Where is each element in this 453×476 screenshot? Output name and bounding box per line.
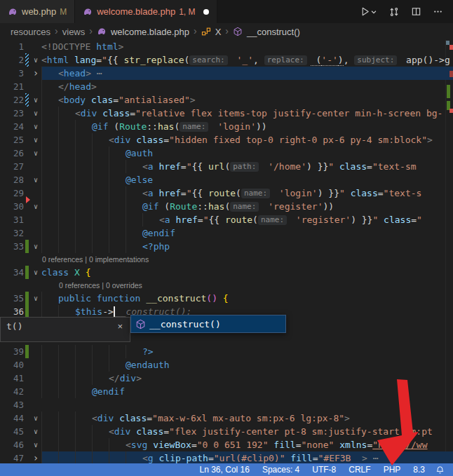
code-line-40[interactable]: 40@endauth <box>0 358 453 372</box>
status-item-spaces-4[interactable]: Spaces: 4 <box>256 465 306 475</box>
chevron-down-icon <box>370 8 377 15</box>
fold-gutter <box>30 385 41 398</box>
editor[interactable]: 1<!DOCTYPE html>2∨<html lang="{{ str_rep… <box>0 40 453 463</box>
code-lines: 1<!DOCTYPE html>2∨<html lang="{{ str_rep… <box>0 40 453 463</box>
code-line-1[interactable]: 1<!DOCTYPE html> <box>0 40 453 53</box>
status-item-8.3[interactable]: 8.3 <box>407 465 431 475</box>
code-text: ?> <box>41 345 453 358</box>
editor-actions <box>360 0 453 23</box>
code-line-45[interactable]: 45∨<div class="flex justify-center pt-8 … <box>0 425 453 438</box>
fold-chevron-icon[interactable]: ∨ <box>30 266 41 279</box>
code-line-31[interactable]: 31<a href="{{ route(name: 'register') }}… <box>0 213 453 226</box>
breadcrumb-item-file[interactable]: welcome.blade.php <box>111 27 189 37</box>
unsaved-changes-dot[interactable] <box>203 9 209 15</box>
fold-gutter <box>30 160 41 173</box>
indent-guides <box>41 200 142 213</box>
code-line-28[interactable]: 28∨@else <box>0 173 453 186</box>
run-button[interactable] <box>360 6 377 17</box>
close-icon[interactable]: × <box>117 321 123 332</box>
code-line-47[interactable]: 47›<g clip-path="url(#clip0)" fill="#EF3… <box>0 451 453 463</box>
tab-bar: web.php M welcome.blade.php 1, M <box>0 0 453 23</box>
code-line-21[interactable]: 21</head> <box>0 80 453 93</box>
fold-gutter <box>30 226 41 240</box>
git-gutter <box>25 40 29 53</box>
fold-gutter <box>30 358 41 372</box>
git-gutter <box>25 67 29 80</box>
more-actions-button[interactable] <box>433 6 443 17</box>
fold-chevron-icon[interactable]: ∨ <box>30 120 41 133</box>
code-line-22[interactable]: 22∨<body clas="antialiased"> <box>0 93 453 107</box>
split-editor-button[interactable] <box>411 6 421 17</box>
code-line-2[interactable]: 2∨<html lang="{{ str_replace(search: '_'… <box>0 53 453 67</box>
line-number: 23 <box>0 107 24 120</box>
fold-chevron-icon[interactable]: ∨ <box>30 425 41 438</box>
fold-gutter <box>30 398 41 412</box>
code-line-39[interactable]: 39?> <box>0 345 453 358</box>
indent-guides <box>41 160 142 173</box>
code-line-29[interactable]: 29<a href="{{ route(name: 'login') }}" c… <box>0 186 453 200</box>
code-text: @auth <box>41 147 453 160</box>
breadcrumb-item-method[interactable]: __construct() <box>247 27 300 37</box>
code-line-34[interactable]: 34∨class X { <box>0 266 453 279</box>
suggest-docs-text: t() <box>6 321 22 332</box>
line-number: 30 <box>0 200 24 213</box>
indent-guides <box>41 173 126 186</box>
suggest-item-construct[interactable]: __construct() <box>131 315 285 332</box>
code-text: <body clas="antialiased"> <box>41 93 453 107</box>
code-line-33[interactable]: 33∨<?php <box>0 240 453 253</box>
breadcrumb-item-views[interactable]: views <box>62 27 86 37</box>
code-line-25[interactable]: 25∨<div class="hidden fixed top-0 right-… <box>0 133 453 147</box>
code-line-24[interactable]: 24∨@if (Route::has(name: 'login')) <box>0 120 453 133</box>
fold-chevron-icon[interactable]: › <box>30 451 41 463</box>
fold-chevron-icon[interactable]: ∨ <box>30 240 41 253</box>
notifications-bell-icon[interactable] <box>431 465 449 475</box>
fold-chevron-icon[interactable]: ∨ <box>30 93 41 107</box>
code-line-3[interactable]: 3›<head> ⋯ <box>0 67 453 80</box>
fold-chevron-icon[interactable]: ∨ <box>30 53 41 67</box>
indent-guides <box>41 358 126 372</box>
breadcrumb-item-class[interactable]: X <box>215 27 222 37</box>
open-changes-button[interactable] <box>388 6 400 18</box>
code-line-43[interactable]: 43 <box>0 398 453 412</box>
fold-chevron-icon[interactable]: ∨ <box>30 200 41 213</box>
indent-guides <box>41 438 126 451</box>
code-text: @endif <box>41 226 453 240</box>
status-items: Ln 36, Col 16Spaces: 4UTF-8CRLFPHP8.3 <box>194 465 431 475</box>
fold-chevron-icon[interactable]: ∨ <box>30 133 41 147</box>
overview-ruler[interactable] <box>446 40 453 463</box>
status-item-utf-8[interactable]: UTF-8 <box>306 465 342 475</box>
fold-chevron-icon[interactable]: ∨ <box>30 107 41 120</box>
indent-guides <box>41 213 159 226</box>
code-line-44[interactable]: 44∨<div class="max-w-6xl mx-auto sm:px-6… <box>0 412 453 425</box>
fold-chevron-icon[interactable]: ∨ <box>30 292 41 305</box>
status-item-php[interactable]: PHP <box>377 465 407 475</box>
inlay-hint: path: <box>230 162 259 172</box>
git-gutter <box>25 160 29 173</box>
code-line-41[interactable]: 41</div> <box>0 372 453 385</box>
code-line-27[interactable]: 27<a href="{{ url(path: '/home') }}" cla… <box>0 160 453 173</box>
fold-chevron-icon[interactable]: ∨ <box>30 412 41 425</box>
code-line-42[interactable]: 42@endif <box>0 385 453 398</box>
code-line-35[interactable]: 35∨public function __construct() { <box>0 292 453 305</box>
breadcrumb-item-resources[interactable]: resources <box>11 27 50 37</box>
codelens[interactable]: 0 references | 0 overrides <box>0 279 453 292</box>
fold-chevron-icon[interactable]: ∨ <box>30 438 41 451</box>
fold-chevron-icon[interactable]: ∨ <box>30 173 41 186</box>
code-line-26[interactable]: 26∨@auth <box>0 147 453 160</box>
tab-web-php[interactable]: web.php M <box>0 0 75 23</box>
fold-chevron-icon[interactable]: › <box>30 67 41 80</box>
status-item-ln-36-col-16[interactable]: Ln 36, Col 16 <box>194 465 256 475</box>
code-line-30[interactable]: 30∨@if (Route::has(name: 'register')) <box>0 200 453 213</box>
code-line-46[interactable]: 46∨<svg viewBox="0 0 651 192" fill="none… <box>0 438 453 451</box>
code-line-23[interactable]: 23∨<div class="relative flex items-top j… <box>0 107 453 120</box>
line-number: 42 <box>0 385 24 398</box>
codelens[interactable]: 0 references | 0 implementations <box>0 253 453 266</box>
fold-chevron-icon[interactable]: ∨ <box>30 147 41 160</box>
indent-guides <box>41 133 109 147</box>
code-line-32[interactable]: 32@endif <box>0 226 453 240</box>
line-number: 43 <box>0 398 24 412</box>
status-item-crlf[interactable]: CRLF <box>342 465 377 475</box>
tab-welcome-blade-php[interactable]: welcome.blade.php 1, M <box>75 0 217 23</box>
fold-gutter <box>30 80 41 93</box>
indent-guides <box>41 372 109 385</box>
